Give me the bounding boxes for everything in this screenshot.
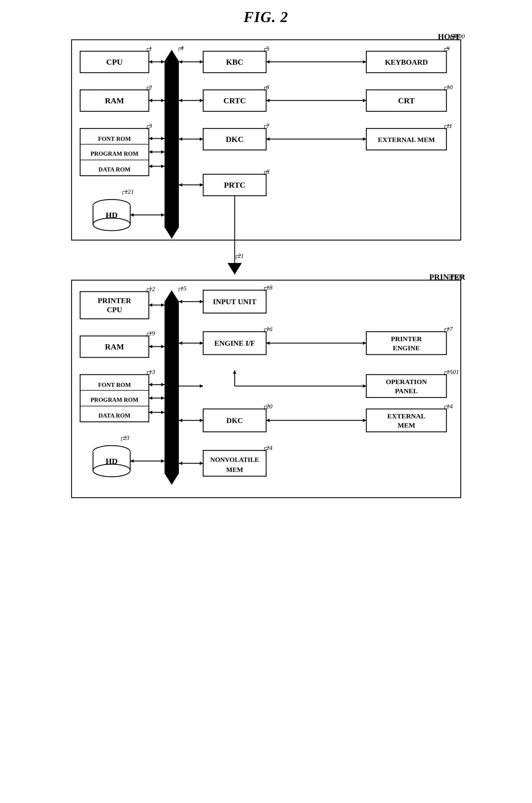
ram-printer-label: RAM [105, 342, 124, 351]
dkc-host-label: DKC [226, 135, 243, 144]
prtc-label: PRTC [224, 180, 245, 189]
program-rom-printer-label: PROGRAM ROM [91, 396, 138, 403]
op-panel-line2: PANEL [395, 387, 418, 395]
data-rom-label: DATA ROM [98, 166, 131, 173]
printer-engine-line1: PRINTER [391, 335, 422, 343]
host-ref: 3000 [452, 34, 465, 40]
ext-mem-printer-line2: MEM [398, 422, 415, 429]
page-title: FIG. 2 [244, 8, 288, 25]
down-arrow-to-printer [228, 263, 242, 274]
program-rom-label: PROGRAM ROM [91, 150, 138, 157]
printer-engine-line2: ENGINE [393, 344, 420, 352]
ram-host-label: RAM [105, 96, 124, 105]
input-unit-label: INPUT UNIT [213, 298, 256, 306]
font-rom-label: FONT ROM [98, 135, 131, 142]
kbc-label: KBC [226, 58, 243, 66]
crt-label: CRT [398, 96, 414, 105]
printer-cpu-line1: PRINTER [98, 297, 131, 305]
bus-arrow-shaft [165, 61, 179, 228]
nonvol-mem-line1: NONVOLATILE [210, 456, 259, 463]
data-rom-printer-label: DATA ROM [98, 412, 131, 419]
engine-if-label: ENGINE I/F [214, 339, 255, 347]
keyboard-label: KEYBOARD [385, 58, 428, 66]
op-panel-line1: OPERATION [386, 378, 427, 385]
crtc-label: CRTC [223, 96, 246, 105]
ext-mem-host-label: EXTERNAL MEM [378, 136, 435, 144]
cpu-label: CPU [106, 58, 123, 66]
printer-cpu-line2: CPU [107, 306, 122, 314]
hd-host-label: HD [106, 211, 118, 219]
svg-point-105 [93, 464, 130, 477]
svg-point-18 [93, 218, 130, 231]
font-rom-printer-label: FONT ROM [98, 381, 131, 388]
svg-rect-90 [80, 292, 149, 319]
diagram-container: HOST 3000 CPU 1 RAM 2 FONT ROM PROGRAM R… [66, 34, 467, 792]
nonvol-mem-line2: MEM [226, 466, 243, 473]
ext-mem-printer-line1: EXTERNAL [387, 413, 425, 420]
diagram-svg: HOST 3000 CPU 1 RAM 2 FONT ROM PROGRAM R… [66, 34, 467, 792]
printer-bus-arrow-shaft [165, 301, 179, 474]
dkc-printer-label: DKC [226, 416, 243, 425]
hd-printer-label: HD [106, 457, 118, 465]
